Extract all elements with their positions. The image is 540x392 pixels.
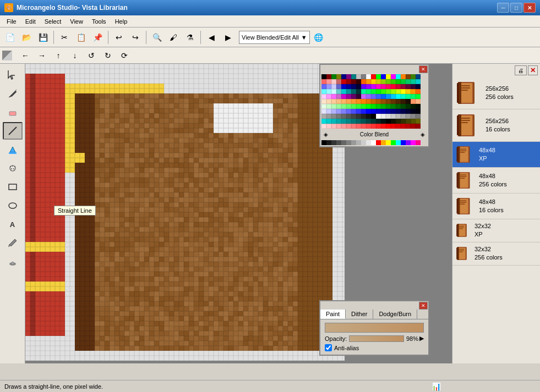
black-bar-cell[interactable] (321, 140, 326, 145)
color-cell[interactable] (386, 114, 391, 119)
color-cell[interactable] (356, 124, 361, 129)
view-dropdown[interactable]: View Blended/Edit All ▼ (239, 31, 310, 44)
color-cell[interactable] (346, 124, 351, 129)
color-cell[interactable] (356, 109, 361, 114)
color-cell[interactable] (341, 89, 346, 94)
black-bar-cell[interactable] (396, 140, 401, 145)
color-cell[interactable] (341, 99, 346, 104)
color-cell[interactable] (381, 74, 386, 79)
icon-list-item[interactable]: 48x48256 colors (452, 168, 540, 194)
color-cell[interactable] (401, 99, 406, 104)
color-cell[interactable] (341, 104, 346, 109)
paint-tab-dither[interactable]: Dither (346, 310, 373, 319)
color-cell[interactable] (321, 79, 326, 84)
color-cell[interactable] (406, 114, 411, 119)
new-button[interactable]: 📄 (2, 30, 18, 45)
paint-button[interactable]: 🖌 (166, 30, 181, 45)
eyedropper-tool-button[interactable] (3, 234, 23, 252)
color-cell[interactable] (321, 124, 326, 129)
maximize-button[interactable]: □ (510, 3, 522, 13)
icon-list-item[interactable]: 256x256256 colors (452, 77, 540, 109)
browse-button[interactable]: 🌐 (311, 30, 326, 45)
color-cell[interactable] (381, 114, 386, 119)
black-bar-cell[interactable] (331, 140, 336, 145)
paint-panel-close-button[interactable]: ✕ (419, 302, 428, 310)
color-cell[interactable] (416, 79, 421, 84)
color-cell[interactable] (336, 119, 341, 124)
color-cell[interactable] (336, 89, 341, 94)
color-cell[interactable] (341, 74, 346, 79)
color-cell[interactable] (406, 84, 411, 89)
paint-tab-paint[interactable]: Paint (320, 310, 346, 319)
select-tool-button[interactable] (3, 66, 23, 84)
black-bar-cell[interactable] (406, 140, 411, 145)
color-cell[interactable] (341, 84, 346, 89)
color-cell[interactable] (371, 109, 376, 114)
color-cell[interactable] (401, 94, 406, 99)
pixel-canvas[interactable] (25, 64, 345, 361)
color-panel-close-button[interactable]: ✕ (419, 65, 428, 73)
color-cell[interactable] (416, 74, 421, 79)
color-cell[interactable] (356, 89, 361, 94)
black-bar-cell[interactable] (356, 140, 361, 145)
color-cell[interactable] (336, 109, 341, 114)
redo-button[interactable]: ↪ (128, 30, 143, 45)
color-cell[interactable] (331, 84, 336, 89)
menu-help[interactable]: Help (111, 17, 132, 26)
color-cell[interactable] (366, 104, 371, 109)
opacity-slider[interactable] (349, 335, 404, 342)
color-cell[interactable] (361, 99, 366, 104)
color-cell[interactable] (371, 74, 376, 79)
color-cell[interactable] (391, 89, 396, 94)
color-cell[interactable] (386, 84, 391, 89)
color-cell[interactable] (391, 99, 396, 104)
undo-button[interactable]: ↩ (111, 30, 127, 45)
color-cell[interactable] (366, 114, 371, 119)
color-cell[interactable] (401, 79, 406, 84)
menu-file[interactable]: File (2, 17, 21, 26)
paste-button[interactable]: 📌 (90, 30, 105, 45)
color-cell[interactable] (386, 104, 391, 109)
color-cell[interactable] (356, 74, 361, 79)
black-bar-cell[interactable] (366, 140, 371, 145)
color-cell[interactable] (346, 89, 351, 94)
color-cell[interactable] (336, 114, 341, 119)
color-cell[interactable] (401, 114, 406, 119)
flip-left-button[interactable]: ← (18, 48, 33, 63)
open-button[interactable]: 📂 (19, 30, 34, 45)
black-bar-cell[interactable] (341, 140, 346, 145)
color-cell[interactable] (401, 104, 406, 109)
color-cell[interactable] (336, 84, 341, 89)
color-cell[interactable] (326, 94, 331, 99)
color-cell[interactable] (326, 99, 331, 104)
color-cell[interactable] (376, 79, 381, 84)
flip-right-button[interactable]: → (34, 48, 50, 63)
color-cell[interactable] (356, 104, 361, 109)
color-cell[interactable] (416, 89, 421, 94)
color-cell[interactable] (331, 114, 336, 119)
color-cell[interactable] (361, 124, 366, 129)
color-cell[interactable] (376, 94, 381, 99)
color-cell[interactable] (346, 104, 351, 109)
color-cell[interactable] (376, 74, 381, 79)
black-bar-cell[interactable] (391, 140, 396, 145)
color-cell[interactable] (331, 94, 336, 99)
color-cell[interactable] (401, 84, 406, 89)
color-cell[interactable] (396, 74, 401, 79)
color-cell[interactable] (321, 109, 326, 114)
color-cell[interactable] (376, 84, 381, 89)
arrow-left-btn[interactable]: ◀ (204, 30, 219, 45)
icon-panel-btn-1[interactable]: 🖨 (515, 65, 527, 75)
color-cell[interactable] (391, 109, 396, 114)
color-cell[interactable] (326, 79, 331, 84)
color-cell[interactable] (376, 109, 381, 114)
color-cell[interactable] (381, 109, 386, 114)
color-cell[interactable] (401, 89, 406, 94)
color-cell[interactable] (376, 124, 381, 129)
black-bar-cell[interactable] (381, 140, 386, 145)
save-button[interactable]: 💾 (35, 30, 51, 45)
color-cell[interactable] (396, 89, 401, 94)
color-cell[interactable] (396, 94, 401, 99)
color-cell[interactable] (396, 124, 401, 129)
cut-button[interactable]: ✂ (57, 30, 72, 45)
